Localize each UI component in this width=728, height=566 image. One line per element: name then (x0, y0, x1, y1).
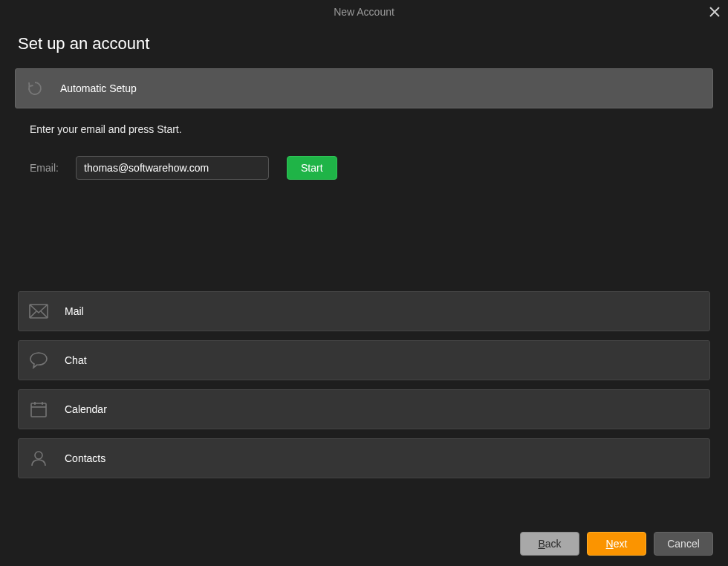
email-row: Email: Start (30, 156, 713, 180)
option-contacts-label: Contacts (65, 452, 105, 464)
next-button[interactable]: Next (587, 532, 646, 556)
email-input[interactable] (76, 156, 269, 180)
window-title: New Account (334, 6, 394, 18)
start-button[interactable]: Start (287, 156, 337, 180)
svg-rect-1 (31, 403, 46, 417)
instruction-text: Enter your email and press Start. (30, 123, 713, 135)
account-options: Mail Chat Calendar Contacts (15, 291, 713, 478)
next-button-rest: ext (614, 538, 628, 550)
contacts-icon (29, 449, 48, 468)
footer-buttons: Back Next Cancel (520, 532, 713, 556)
refresh-icon (26, 79, 44, 97)
option-contacts[interactable]: Contacts (18, 438, 710, 478)
chat-icon (29, 351, 48, 370)
content-area: Set up an account Automatic Setup Enter … (0, 24, 728, 478)
automatic-setup-panel[interactable]: Automatic Setup (15, 68, 713, 108)
title-bar: New Account (0, 0, 728, 24)
back-button[interactable]: Back (520, 532, 579, 556)
calendar-icon (29, 400, 48, 419)
option-mail[interactable]: Mail (18, 291, 710, 331)
back-button-rest: ack (545, 538, 562, 550)
automatic-setup-label: Automatic Setup (60, 82, 137, 94)
mail-icon (29, 302, 48, 321)
close-icon (709, 7, 720, 17)
email-label: Email: (30, 162, 67, 174)
close-button[interactable] (706, 3, 724, 21)
option-chat[interactable]: Chat (18, 340, 710, 380)
option-calendar[interactable]: Calendar (18, 389, 710, 429)
page-title: Set up an account (15, 34, 713, 53)
option-chat-label: Chat (65, 354, 87, 366)
option-calendar-label: Calendar (65, 403, 107, 415)
option-mail-label: Mail (65, 305, 84, 317)
cancel-button[interactable]: Cancel (654, 532, 713, 556)
svg-point-11 (35, 452, 42, 459)
